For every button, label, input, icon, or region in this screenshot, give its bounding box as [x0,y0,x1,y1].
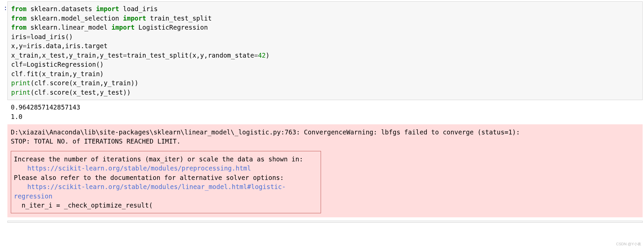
stdout-line: 1.0 [11,113,22,120]
builtin-print: print [11,79,30,87]
stdout-output: 0.9642857142857143 1.0 [7,100,643,124]
operator: = [254,52,258,59]
code-text: load_iris() [30,33,73,40]
operator: = [23,42,26,50]
keyword-from: from [11,14,27,22]
builtin-print: print [11,89,30,96]
code-text: clf [11,70,23,78]
keyword-import: import [96,5,119,12]
operator: = [27,33,30,40]
keyword-import: import [111,24,135,31]
code-text: score(x_train,y_train)) [50,79,138,87]
code-text: iris [11,33,27,40]
code-text: fit(x_train,y_train) [27,70,104,78]
code-input-area[interactable]: from sklearn.datasets import load_iris f… [7,1,643,100]
code-text: score(x_test,y_test)) [50,89,130,96]
operator: . [23,70,26,78]
code-text: load_iris [119,5,157,12]
operator: = [23,61,26,68]
warning-code-line: n_iter_i = _check_optimize_result( [14,202,153,209]
stdout-line: 0.9642857142857143 [11,103,80,111]
code-text: train_test_split(x,y,random_state [127,52,254,59]
keyword-from: from [11,24,27,31]
keyword-from: from [11,5,27,12]
input-cell: : from sklearn.datasets import load_iris… [1,1,643,100]
warning-path-line: D:\xiazai\Anaconda\lib\site-packages\skl… [11,128,520,136]
stderr-output: D:\xiazai\Anaconda\lib\site-packages\skl… [7,124,643,217]
code-text: clf [11,61,23,68]
warning-stop-line: STOP: TOTAL NO. of ITERATIONS REACHED LI… [11,137,180,145]
keyword-import: import [123,14,146,22]
code-text: sklearn.model_selection [27,14,123,22]
code-text: (clf [30,89,46,96]
operator: . [46,79,50,87]
input-prompt: : [1,1,7,11]
warning-text: Increase the number of iterations (max_i… [14,155,303,163]
code-text: x,y [11,42,23,50]
code-text: ) [266,52,269,59]
warning-text: Please also refer to the documentation f… [14,174,284,181]
code-text: sklearn.datasets [27,5,96,12]
code-text: iris.data,iris.target [27,42,108,50]
code-text: train_test_split [146,14,211,22]
code-text: LogisticRegression [135,24,208,31]
code-text: LogisticRegression() [27,61,104,68]
warning-header: D:\xiazai\Anaconda\lib\site-packages\skl… [11,128,639,146]
number-literal: 42 [258,52,266,59]
warning-detail-box: Increase the number of iterations (max_i… [11,151,321,213]
doc-link[interactable]: https://scikit-learn.org/stable/modules/… [27,164,251,172]
code-text: x_train,x_test,y_train,y_test [11,52,123,59]
operator: . [46,89,50,96]
code-text: sklearn.linear_model [27,24,112,31]
operator: = [123,52,127,59]
code-text: (clf [30,79,46,87]
next-input-cell[interactable] [7,221,643,223]
doc-link[interactable]: https://scikit-learn.org/stable/modules/… [14,183,286,200]
